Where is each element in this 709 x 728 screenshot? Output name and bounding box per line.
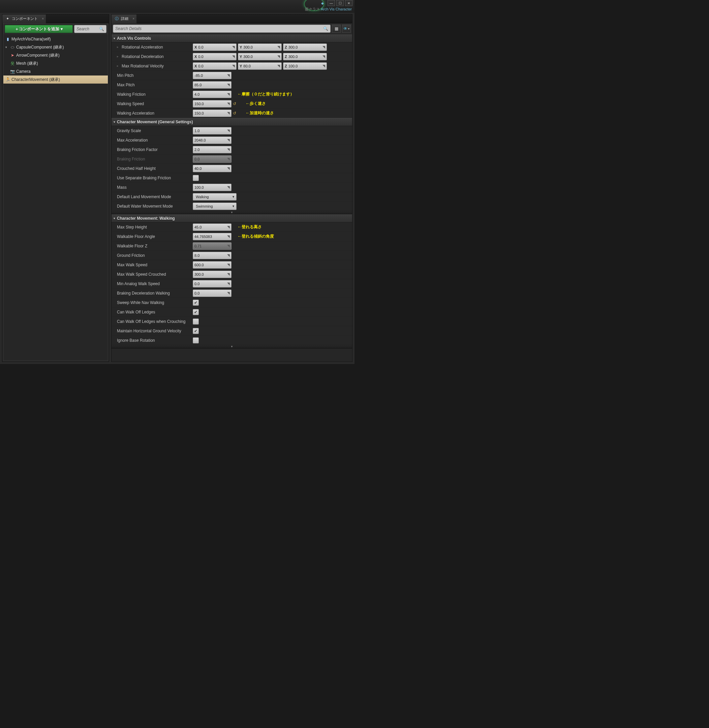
prop-walkable-floor-angle: Walkable Floor Angle44.765083◥←登れる傾斜の角度 (112, 232, 352, 241)
expand-icon[interactable]: ▾ (5, 45, 9, 49)
prop-label[interactable]: ▹Max Rotational Velocity (117, 64, 193, 69)
details-search-input[interactable]: Search Details 🔍 (113, 25, 331, 33)
main-area: ✦ コンポーネント × ＋コンポーネントを追加 ▾ Search 🔍 (0, 13, 354, 364)
category-expander[interactable]: ▼ (112, 345, 352, 349)
rotaccel-x-input[interactable]: X0.0◥ (193, 44, 236, 51)
prop-max-acceleration: Max Acceleration2048.0◥ (112, 136, 352, 145)
tab-close-icon[interactable]: × (42, 17, 44, 20)
property-matrix-button[interactable]: ▦ (332, 25, 341, 33)
sweepnav-checkbox[interactable]: ✔ (193, 300, 199, 306)
actor-icon: ▮ (5, 37, 10, 41)
tree-arrow[interactable]: ➤ ArrowComponent (継承) (3, 51, 108, 59)
prop-label: Can Walk Off Ledges (117, 310, 193, 314)
prop-walkable-floor-z: Walkable Floor Z0.71◥ (112, 241, 352, 251)
prop-max-pitch: Max Pitch 85.0◥ (112, 80, 352, 90)
add-component-button[interactable]: ＋コンポーネントを追加 ▾ (5, 25, 73, 33)
prop-braking-friction-factor: Braking Friction Factor2.0◥ (112, 145, 352, 155)
tree-label: Mesh (継承) (16, 61, 38, 66)
crouchhh-input[interactable]: 40.0◥ (193, 165, 232, 172)
prop-maintain-horizontal-ground-velocity: Maintain Horizontal Ground Velocity✔ (112, 326, 352, 336)
tree-camera[interactable]: 📷 Camera (3, 67, 108, 76)
prop-label: Walkable Floor Z (117, 244, 193, 248)
details-tab[interactable]: ⓘ 詳細 × (112, 15, 137, 23)
prop-braking-friction: Braking Friction0.0◥ (112, 155, 352, 164)
component-tree: ▮ MyArchVisChara(self) ▾ ⬭ CapsuleCompon… (3, 34, 108, 84)
prop-use-separate-braking-friction: Use Separate Braking Friction (112, 173, 352, 183)
maxrotvel-x-input[interactable]: X0.0◥ (193, 62, 236, 70)
parent-class-label: 親クラス Arch Vis Character (305, 7, 352, 12)
editor-window: ◆ — ☐ ✕ 親クラス Arch Vis Character ✦ コンポーネン… (0, 0, 354, 364)
rotdecel-z-input[interactable]: Z300.0◥ (283, 53, 327, 60)
rotdecel-y-input[interactable]: Y300.0◥ (238, 53, 282, 60)
minimize-button[interactable]: — (328, 0, 335, 6)
maxpitch-input[interactable]: 85.0◥ (193, 81, 232, 89)
prop-label: Walking Speed (117, 101, 193, 106)
annotation: ←加速時の速さ (246, 110, 274, 116)
titlebar: ◆ — ☐ ✕ 親クラス Arch Vis Character (0, 0, 354, 13)
component-search-input[interactable]: Search 🔍 (74, 25, 106, 33)
movement-icon: 🏃 (5, 77, 10, 82)
prop-label[interactable]: ▹Rotational Acceleration (117, 45, 193, 50)
close-button[interactable]: ✕ (345, 0, 353, 6)
tree-charmove[interactable]: 🏃 CharacterMovement (継承) (3, 76, 108, 83)
canwalkoffc-checkbox[interactable] (193, 318, 199, 325)
prop-crouched-half-height: Crouched Half Height40.0◥ (112, 164, 352, 173)
watermode-dropdown[interactable]: Swimming▼ (193, 203, 236, 210)
usesepbf-checkbox[interactable] (193, 175, 199, 181)
prop-max-walk-speed: Max Walk Speed600.0◥ (112, 260, 352, 270)
prop-label: Walking Acceleration (117, 111, 193, 115)
ignorebaserot-checkbox[interactable] (193, 337, 199, 343)
prop-label: Use Separate Braking Friction (117, 176, 193, 180)
parent-class-link[interactable]: Arch Vis Character (321, 7, 352, 11)
rotdecel-x-input[interactable]: X0.0◥ (193, 53, 236, 60)
prop-label: Default Water Movement Mode (117, 204, 193, 209)
mass-input[interactable]: 100.0◥ (193, 184, 232, 191)
rotaccel-y-input[interactable]: Y300.0◥ (238, 44, 282, 51)
prop-label: Default Land Movement Mode (117, 194, 193, 199)
maxaccel-input[interactable]: 2048.0◥ (193, 137, 232, 144)
brakedecelw-input[interactable]: 0.0◥ (193, 289, 232, 297)
prop-max-rotational-velocity: ▹Max Rotational Velocity X0.0◥ Y80.0◥ Z1… (112, 61, 352, 71)
maxrotvel-y-input[interactable]: Y80.0◥ (238, 62, 282, 70)
maxrotvel-z-input[interactable]: Z100.0◥ (283, 62, 327, 70)
walkspeed-input[interactable]: 150.0◥ (193, 100, 232, 108)
search-icon: 🔍 (323, 26, 328, 31)
category-expander[interactable]: ▼ (112, 211, 352, 214)
revert-icon[interactable]: ↺ (233, 111, 238, 115)
components-tab[interactable]: ✦ コンポーネント × (2, 15, 46, 23)
capsule-icon: ⬭ (10, 45, 15, 50)
walkfric-input[interactable]: 4.0◥ (193, 90, 232, 98)
canwalkoff-checkbox[interactable]: ✔ (193, 309, 199, 315)
tree-capsule[interactable]: ▾ ⬭ CapsuleComponent (継承) (3, 43, 108, 51)
walkfloora-input[interactable]: 44.765083◥ (193, 233, 232, 240)
maxstep-input[interactable]: 45.0◥ (193, 223, 232, 231)
tree-root[interactable]: ▮ MyArchVisChara(self) (3, 35, 108, 43)
landmode-dropdown[interactable]: Walking▼ (193, 193, 236, 201)
maxwalksp-input[interactable]: 600.0◥ (193, 261, 232, 268)
brakeff-input[interactable]: 2.0◥ (193, 146, 232, 153)
rotaccel-z-input[interactable]: Z300.0◥ (283, 44, 327, 51)
tree-mesh[interactable]: 웃 Mesh (継承) (3, 59, 108, 67)
prop-label[interactable]: ▹Rotational Deceleration (117, 54, 193, 59)
category-archvis[interactable]: ▾Arch Vis Controls (112, 34, 352, 42)
details-body[interactable]: ▾Arch Vis Controls ▹Rotational Accelerat… (112, 34, 352, 362)
gravity-input[interactable]: 1.0◥ (193, 127, 232, 134)
prop-sweep-while-nav-walking: Sweep While Nav Walking✔ (112, 298, 352, 307)
minanalog-input[interactable]: 0.0◥ (193, 280, 232, 287)
maxwalkspc-input[interactable]: 300.0◥ (193, 271, 232, 278)
prop-rotational-acceleration: ▹Rotational Acceleration X0.0◥ Y300.0◥ Z… (112, 42, 352, 52)
view-options-button[interactable]: 👁 ▾ (342, 25, 351, 33)
category-general[interactable]: ▾Character Movement (General Settings) (112, 118, 352, 126)
maximize-button[interactable]: ☐ (336, 0, 344, 6)
revert-icon[interactable]: ↺ (233, 101, 238, 106)
components-panel: ✦ コンポーネント × ＋コンポーネントを追加 ▾ Search 🔍 (2, 14, 109, 362)
tree-label: MyArchVisChara(self) (12, 37, 51, 41)
walkaccel-input[interactable]: 150.0◥ (193, 109, 232, 117)
maintainhgv-checkbox[interactable]: ✔ (193, 328, 199, 334)
groundfric-input[interactable]: 8.0◥ (193, 252, 232, 259)
category-walking[interactable]: ▾Character Movement: Walking (112, 214, 352, 222)
prop-label: Max Pitch (117, 83, 193, 87)
tab-close-icon[interactable]: × (133, 17, 134, 20)
minpitch-input[interactable]: -85.0◥ (193, 72, 232, 79)
details-tabbar: ⓘ 詳細 × (112, 15, 352, 23)
